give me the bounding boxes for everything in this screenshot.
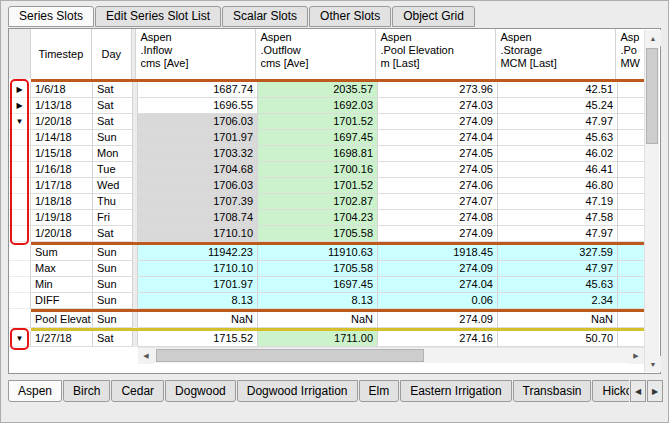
value-cell[interactable]: 45.63 (498, 277, 618, 293)
value-cell[interactable]: 274.04 (378, 277, 498, 293)
value-cell[interactable]: 8.13 (258, 293, 378, 309)
scroll-up-icon[interactable]: ▲ (645, 30, 661, 46)
column-header-2[interactable]: Aspen.Pool Elevationm [Last] (376, 29, 496, 79)
value-cell[interactable]: 1701.52 (258, 114, 378, 130)
value-cell[interactable]: 1702.87 (258, 194, 378, 210)
value-cell[interactable]: 8.13 (138, 293, 258, 309)
value-cell[interactable]: 0.06 (378, 293, 498, 309)
value-cell[interactable]: 274.09 (378, 261, 498, 277)
value-cell[interactable]: 1715.52 (138, 331, 258, 347)
value-cell[interactable]: 1698.81 (258, 146, 378, 162)
value-cell[interactable]: 45.63 (498, 130, 618, 146)
object-tab-aspen[interactable]: Aspen (8, 380, 62, 402)
timestep-cell[interactable]: Max (31, 261, 93, 277)
row-expand-arrow[interactable]: ▼ (9, 331, 31, 347)
tab-series-slots[interactable]: Series Slots (8, 6, 94, 27)
value-cell[interactable]: 11942.23 (138, 245, 258, 261)
value-cell[interactable]: 273.96 (378, 82, 498, 98)
value-cell[interactable]: 1697.45 (258, 130, 378, 146)
value-cell[interactable]: 274.06 (378, 178, 498, 194)
object-tab-elm[interactable]: Elm (359, 380, 400, 402)
value-cell[interactable]: 50.70 (498, 331, 618, 347)
value-cell[interactable]: 274.09 (378, 114, 498, 130)
value-cell[interactable]: 45.24 (498, 98, 618, 114)
timestep-cell[interactable]: 1/16/18 (31, 162, 93, 178)
timestep-cell[interactable]: 1/14/18 (31, 130, 93, 146)
timestep-cell[interactable]: 1/27/18 (31, 331, 93, 347)
value-cell[interactable]: 1705.58 (258, 226, 378, 242)
day-cell[interactable]: Thu (93, 194, 133, 210)
timestep-cell[interactable]: 1/6/18 (31, 82, 93, 98)
day-cell[interactable]: Sat (93, 82, 133, 98)
value-cell[interactable]: 1707.39 (138, 194, 258, 210)
day-cell[interactable]: Sun (93, 245, 133, 261)
value-cell[interactable]: NaN (258, 312, 378, 328)
value-cell[interactable]: 47.58 (498, 210, 618, 226)
scroll-down-icon[interactable]: ▼ (645, 356, 661, 372)
value-cell[interactable]: 1692.03 (258, 98, 378, 114)
timestep-cell[interactable]: 1/19/18 (31, 210, 93, 226)
tab-edit-series-slot-list[interactable]: Edit Series Slot List (95, 6, 221, 27)
column-header-4[interactable]: Asp.PoMW (616, 29, 644, 79)
value-cell[interactable]: 274.08 (378, 210, 498, 226)
value-cell[interactable]: 47.97 (498, 226, 618, 242)
timestep-cell[interactable]: 1/20/18 (31, 226, 93, 242)
scroll-right-icon[interactable]: ▶ (628, 348, 644, 364)
value-cell[interactable]: 1696.55 (138, 98, 258, 114)
tab-scalar-slots[interactable]: Scalar Slots (222, 6, 308, 27)
value-cell[interactable]: 1704.68 (138, 162, 258, 178)
timestep-cell[interactable]: DIFF (31, 293, 93, 309)
object-tab-dogwood-irrigation[interactable]: Dogwood Irrigation (237, 380, 358, 402)
timestep-cell[interactable]: Min (31, 277, 93, 293)
object-tab-eastern-irrigation[interactable]: Eastern Irrigation (400, 380, 511, 402)
scroll-left-icon[interactable]: ◀ (138, 348, 154, 364)
value-cell[interactable]: 274.09 (378, 312, 498, 328)
value-cell[interactable]: 1697.45 (258, 277, 378, 293)
object-tab-cedar[interactable]: Cedar (111, 380, 164, 402)
object-tab-transbasin[interactable]: Transbasin (513, 380, 592, 402)
value-cell[interactable]: 1710.10 (138, 226, 258, 242)
timestep-cell[interactable]: 1/15/18 (31, 146, 93, 162)
value-cell[interactable]: 274.16 (378, 331, 498, 347)
value-cell[interactable]: 327.59 (498, 245, 618, 261)
day-column-header[interactable]: Day (92, 29, 132, 79)
value-cell[interactable]: 46.02 (498, 146, 618, 162)
value-cell[interactable]: 1706.03 (138, 178, 258, 194)
day-cell[interactable]: Wed (93, 178, 133, 194)
day-cell[interactable]: Sat (93, 331, 133, 347)
value-cell[interactable]: 1704.23 (258, 210, 378, 226)
row-expand-arrow[interactable]: ▶ (9, 98, 31, 114)
value-cell[interactable]: 46.41 (498, 162, 618, 178)
value-cell[interactable]: 47.97 (498, 261, 618, 277)
value-cell[interactable]: 1701.97 (138, 130, 258, 146)
value-cell[interactable]: 274.05 (378, 146, 498, 162)
value-cell[interactable]: 42.51 (498, 82, 618, 98)
value-cell[interactable]: 11910.63 (258, 245, 378, 261)
row-expand-arrow[interactable]: ▶ (9, 82, 31, 98)
value-cell[interactable]: 2035.57 (258, 82, 378, 98)
column-header-0[interactable]: Aspen.Inflowcms [Ave] (136, 29, 256, 79)
vertical-scroll-thumb[interactable] (646, 48, 658, 144)
day-cell[interactable]: Mon (93, 146, 133, 162)
value-cell[interactable]: 1703.32 (138, 146, 258, 162)
object-tab-birch[interactable]: Birch (63, 380, 110, 402)
value-cell[interactable]: 1700.16 (258, 162, 378, 178)
timestep-cell[interactable]: Pool Elevat (31, 312, 93, 328)
horizontal-scrollbar[interactable]: ◀ ▶ (138, 347, 644, 363)
value-cell[interactable]: 1710.10 (138, 261, 258, 277)
timestep-cell[interactable]: 1/20/18 (31, 114, 93, 130)
tab-scroll-left-button[interactable]: ◀ (630, 380, 646, 402)
value-cell[interactable]: 274.05 (378, 162, 498, 178)
day-cell[interactable]: Sat (93, 114, 133, 130)
day-cell[interactable]: Sat (93, 98, 133, 114)
value-cell[interactable]: 1687.74 (138, 82, 258, 98)
value-cell[interactable]: 1701.52 (258, 178, 378, 194)
value-cell[interactable]: 274.09 (378, 226, 498, 242)
value-cell[interactable]: 274.04 (378, 130, 498, 146)
value-cell[interactable]: 1705.58 (258, 261, 378, 277)
value-cell[interactable]: 46.80 (498, 178, 618, 194)
day-cell[interactable]: Fri (93, 210, 133, 226)
day-cell[interactable]: Tue (93, 162, 133, 178)
value-cell[interactable]: 1711.00 (258, 331, 378, 347)
timestep-column-header[interactable]: Timestep (31, 29, 92, 79)
